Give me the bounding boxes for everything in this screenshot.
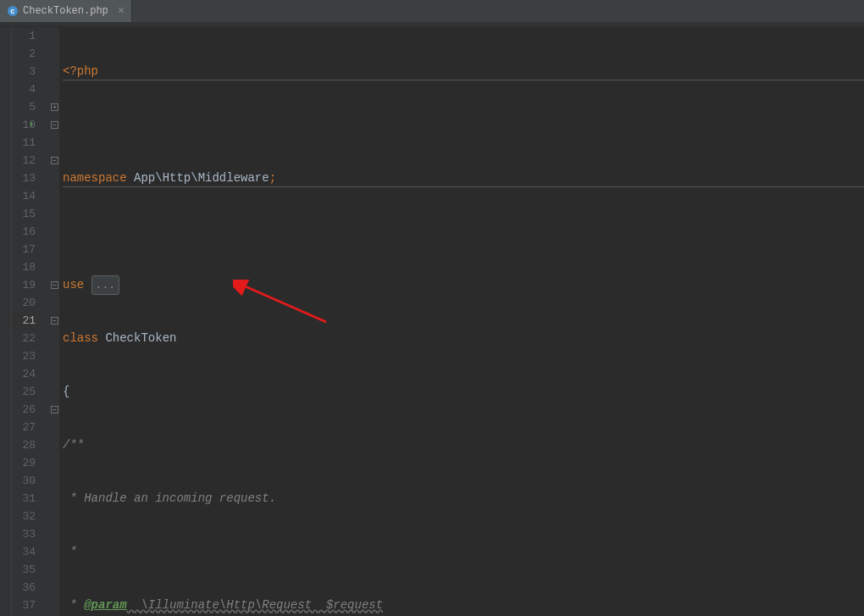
code-line: { [63, 383, 864, 401]
line-number: 32 [12, 508, 36, 525]
fold-column [51, 27, 59, 616]
editor: 1 2 3 4 5 10⬇ 11 12 13 14 15 16 17 18 19… [0, 27, 864, 616]
fold-plus-icon[interactable] [51, 103, 58, 111]
line-number: 15 [12, 205, 36, 223]
line-numbers: 1 2 3 4 5 10⬇ 11 12 13 14 15 16 17 18 19… [12, 27, 51, 616]
line-number: 5 [12, 98, 36, 116]
line-number: 2 [12, 45, 36, 63]
close-icon[interactable]: × [118, 4, 125, 18]
code-line: class CheckToken [63, 330, 864, 347]
fold-minus-icon[interactable] [51, 157, 58, 164]
left-stripe [0, 27, 12, 616]
line-number: 18 [12, 258, 36, 276]
code-area[interactable]: <?php namespace App\Http\Middleware; use… [59, 27, 864, 616]
tab-filename: CheckToken.php [23, 5, 108, 17]
line-number: 1 [12, 27, 36, 45]
editor-tabs: C CheckToken.php × [0, 0, 864, 23]
php-file-icon: C [7, 5, 19, 17]
fold-minus-icon[interactable] [51, 317, 58, 325]
code-line: namespace App\Http\Middleware; [63, 169, 864, 187]
line-number: 37 [12, 597, 36, 614]
line-number: 30 [12, 472, 36, 490]
line-number: 19 [12, 276, 36, 294]
line-number: 29 [12, 454, 36, 472]
code-line: use ... [63, 276, 864, 294]
code-line: /** [63, 436, 864, 454]
line-number: 34 [12, 543, 36, 561]
line-number: 25 [12, 383, 36, 401]
file-tab[interactable]: C CheckToken.php × [0, 0, 132, 22]
folded-region[interactable]: ... [91, 275, 119, 295]
code-line [63, 116, 864, 134]
fold-minus-icon[interactable] [51, 406, 58, 413]
fold-minus-icon[interactable] [51, 121, 58, 129]
line-number: 4 [12, 80, 36, 98]
line-number: 11 [12, 134, 36, 152]
code-line: * [63, 543, 864, 561]
line-number: 36 [12, 579, 36, 597]
line-number: 17 [12, 241, 36, 258]
line-number: 3 [12, 63, 36, 80]
line-number: 23 [12, 347, 36, 365]
line-number: 28 [12, 436, 36, 454]
separator [63, 80, 864, 80]
separator [63, 186, 864, 187]
code-line [63, 223, 864, 241]
line-number: 13 [12, 169, 36, 187]
svg-text:C: C [11, 8, 15, 15]
line-number: 31 [12, 490, 36, 508]
line-number: 21 [12, 312, 36, 330]
line-number: 22 [12, 330, 36, 347]
line-number: 10⬇ [12, 116, 36, 134]
code-line: <?php [63, 63, 864, 80]
line-number: 27 [12, 419, 36, 436]
code-line: * @param \Illuminate\Http\Request $reque… [63, 597, 864, 614]
line-number: 16 [12, 223, 36, 241]
line-number: 24 [12, 365, 36, 383]
line-number: 14 [12, 187, 36, 205]
line-number: 26 [12, 401, 36, 419]
code-line: * Handle an incoming request. [63, 490, 864, 508]
impl-marker-icon[interactable]: ⬇ [29, 116, 34, 134]
line-number: 35 [12, 561, 36, 579]
line-number: 12 [12, 152, 36, 169]
line-number: 33 [12, 525, 36, 543]
fold-minus-icon[interactable] [51, 281, 58, 289]
line-number: 20 [12, 294, 36, 312]
